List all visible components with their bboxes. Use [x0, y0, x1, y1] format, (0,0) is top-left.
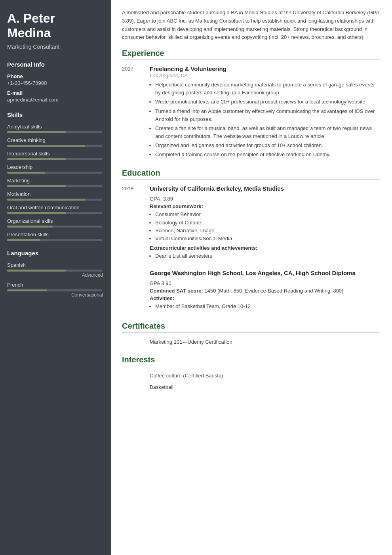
- skill-bar-bg: [7, 199, 102, 201]
- sidebar: A. Peter Medina Marketing Consultant Per…: [0, 0, 111, 555]
- education-year: 2018: [122, 185, 150, 262]
- skill-item: Analytical skills: [7, 124, 103, 133]
- education-school: University of California Berkeley, Media…: [150, 185, 380, 192]
- name-line1: A. Peter: [7, 11, 55, 25]
- certificate-text: Marketing 101—Udemy Certification: [150, 338, 232, 346]
- certificate-item: Marketing 101—Udemy Certification: [122, 338, 380, 346]
- activity-item: Member of Basketball Team, Grade 10-12: [155, 302, 380, 310]
- activities-bullets: Member of Basketball Team, Grade 10-12: [150, 302, 380, 310]
- skills-list: Analytical skillsCreative thinkingInterp…: [7, 124, 103, 241]
- interest-item: Coffee culture (Certified Barista): [122, 372, 380, 380]
- skill-item: Presentation skills: [7, 232, 103, 241]
- language-item: SpanishAdvanced: [7, 262, 103, 278]
- candidate-name: A. Peter Medina: [7, 11, 103, 40]
- interest-text: Coffee culture (Certified Barista): [150, 372, 223, 380]
- skill-bar-bg: [7, 226, 102, 228]
- interests-heading: Interests: [122, 355, 380, 366]
- main-content: A motivated and personable student pursu…: [111, 0, 392, 555]
- certificates-section: Certificates Marketing 101—Udemy Certifi…: [122, 322, 380, 346]
- skill-name: Leadership: [7, 164, 103, 170]
- education-school: George Washington High School, Los Angel…: [150, 270, 380, 276]
- education-heading: Education: [122, 168, 380, 180]
- experience-bullet: Turned a friend into an Apple customer b…: [155, 107, 380, 123]
- language-name: French: [7, 282, 103, 288]
- skill-bar-fill: [7, 226, 53, 228]
- languages-list: SpanishAdvancedFrenchConversational: [7, 262, 103, 298]
- coursework-label: Relevant coursework:: [150, 203, 380, 209]
- extracurricular-bullets: Dean's List all semesters: [150, 252, 380, 260]
- coursework-item: Virtual Communities/Social Media: [155, 235, 380, 243]
- languages-heading: Languages: [7, 250, 103, 256]
- skill-bar-fill: [7, 131, 66, 133]
- experience-bullet: Wrote promotional texts and 20+ professi…: [155, 98, 380, 106]
- experience-bullet: Created a fan site for a musical band, a…: [155, 124, 380, 140]
- interest-spacer: [122, 383, 150, 392]
- skill-name: Marketing: [7, 178, 103, 184]
- interest-text: Basketball: [150, 383, 173, 392]
- language-bar-fill: [7, 270, 66, 272]
- skill-item: Oral and written communication: [7, 205, 103, 214]
- experience-year: 2017: [122, 65, 150, 160]
- education-item: 2018University of California Berkeley, M…: [122, 185, 380, 262]
- skill-name: Presentation skills: [7, 232, 103, 237]
- education-item: George Washington High School, Los Angel…: [122, 270, 380, 313]
- extracurricular-item: Dean's List all semesters: [155, 252, 380, 260]
- education-gpa: GPA: 3.89: [150, 196, 380, 202]
- experience-heading: Experience: [122, 49, 380, 60]
- certificates-heading: Certificates: [122, 322, 380, 333]
- certificate-year: [122, 338, 150, 346]
- skill-bar-fill: [7, 185, 66, 187]
- name-line2: Medina: [7, 26, 51, 40]
- interest-spacer: [122, 372, 150, 380]
- language-level: Advanced: [7, 272, 103, 278]
- language-bar-fill: [7, 289, 47, 291]
- language-name: Spanish: [7, 262, 103, 268]
- skill-name: Oral and written communication: [7, 205, 103, 211]
- education-gpa: GPA 3.90: [150, 280, 380, 286]
- coursework-item: Science, Narrative, Image: [155, 227, 380, 235]
- skill-bar-bg: [7, 172, 102, 174]
- experience-bullet: Completed a training course on the princ…: [155, 151, 380, 159]
- email-label: E-mail: [7, 90, 103, 96]
- skill-name: Organizational skills: [7, 218, 103, 224]
- experience-location: Los Angeles, CA: [150, 73, 380, 78]
- skill-bar-fill: [7, 145, 85, 147]
- activities-label: Activities:: [150, 295, 380, 301]
- skill-bar-bg: [7, 131, 102, 133]
- coursework-item: Consumer Behavior: [155, 211, 380, 218]
- skill-bar-fill: [7, 212, 66, 214]
- skill-bar-fill: [7, 199, 85, 201]
- skill-bar-fill: [7, 172, 45, 174]
- interests-list: Coffee culture (Certified Barista)Basket…: [122, 372, 380, 392]
- language-bar-bg: [7, 289, 102, 291]
- skill-bar-bg: [7, 185, 102, 187]
- skill-bar-fill: [7, 158, 66, 160]
- skill-bar-bg: [7, 239, 102, 241]
- coursework-item: Sociology of Culture: [155, 219, 380, 227]
- skill-item: Motivation: [7, 191, 103, 201]
- experience-section: Experience 2017Freelancing & Volunteerin…: [122, 49, 380, 160]
- personal-info-heading: Personal Info: [7, 61, 103, 68]
- education-list: 2018University of California Berkeley, M…: [122, 185, 380, 313]
- skill-item: Leadership: [7, 164, 103, 174]
- skill-name: Analytical skills: [7, 124, 103, 130]
- skill-bar-bg: [7, 145, 102, 147]
- skill-bar-bg: [7, 158, 102, 160]
- experience-content: Freelancing & VolunteeringLos Angeles, C…: [150, 65, 380, 160]
- experience-bullets: Helped local community develop marketing…: [150, 81, 380, 159]
- language-bar-bg: [7, 270, 102, 272]
- skill-bar-fill: [7, 239, 40, 241]
- coursework-bullets: Consumer BehaviorSociology of CultureSci…: [150, 211, 380, 243]
- resume-container: A. Peter Medina Marketing Consultant Per…: [0, 0, 392, 555]
- combined-sat-label: Combined SAT score:: [150, 288, 204, 294]
- skill-name: Creative thinking: [7, 137, 103, 143]
- education-content: University of California Berkeley, Media…: [150, 185, 380, 262]
- skill-item: Organizational skills: [7, 218, 103, 228]
- experience-list: 2017Freelancing & VolunteeringLos Angele…: [122, 65, 380, 160]
- summary-text: A motivated and personable student pursu…: [122, 9, 380, 42]
- phone-value: +1-23-456-78900: [7, 80, 103, 86]
- skill-name: Motivation: [7, 191, 103, 197]
- skill-item: Creative thinking: [7, 137, 103, 147]
- skill-name: Interpersonal skills: [7, 151, 103, 157]
- education-content: George Washington High School, Los Angel…: [150, 270, 380, 313]
